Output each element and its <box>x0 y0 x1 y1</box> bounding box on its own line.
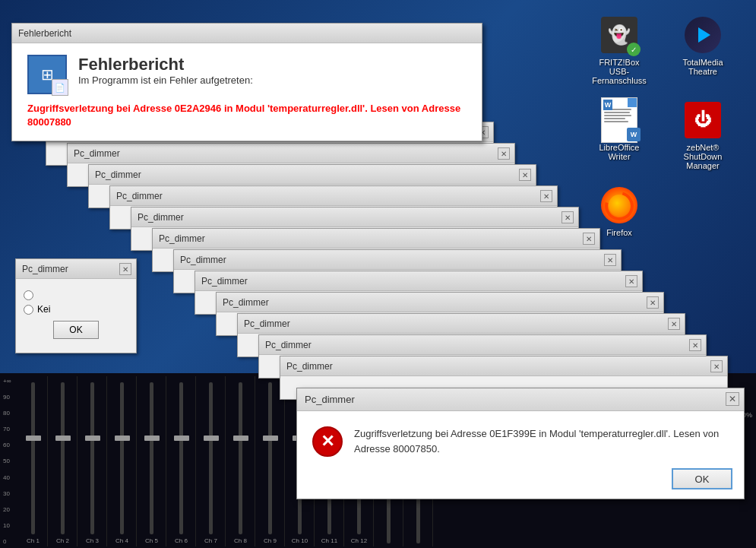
w8-title: Pc_dimmer <box>223 297 269 308</box>
w7-title: Pc_dimmer <box>201 276 248 287</box>
w7-close[interactable]: ✕ <box>625 275 637 287</box>
fader-handle-4[interactable] <box>144 436 160 441</box>
main-error-dialog: Pc_dimmer ✕ ✕ Zugriffsverletzung bei Adr… <box>296 388 745 499</box>
fehlerbericht-heading: Fehlerbericht <box>78 55 253 74</box>
w3-title: Pc_dimmer <box>116 191 163 201</box>
totalmedia-label: TotalMedia Theatre <box>672 58 733 76</box>
w4-title: Pc_dimmer <box>138 212 184 223</box>
w10-title: Pc_dimmer <box>265 340 312 350</box>
fader-handle-1[interactable] <box>55 436 71 441</box>
fehlerbericht-subtitle: Im Programm ist ein Fehler aufgetreten: <box>78 74 253 86</box>
main-ok-button[interactable]: OK <box>672 468 732 489</box>
fritzbox-label: FRITZ!Box USB-Fernanschluss <box>589 58 650 85</box>
mixer-channel-4: Ch 5 <box>138 376 166 546</box>
w8-close[interactable]: ✕ <box>647 296 659 309</box>
radio-input-2[interactable] <box>24 305 33 315</box>
firefox-label: Firefox <box>606 228 632 237</box>
mixer-scale: +∞ 90 80 70 60 50 40 30 20 10 0 <box>2 376 18 546</box>
fehlerbericht-title: Fehlerbericht <box>18 28 71 39</box>
fader-handle-2[interactable] <box>85 436 100 441</box>
fehlerbericht-window: Fehlerbericht ⊞ 📄 Fehlerbericht Im Progr… <box>11 23 482 141</box>
w11-close[interactable]: ✕ <box>710 360 723 372</box>
w3-close[interactable]: ✕ <box>540 190 552 202</box>
fader-handle-3[interactable] <box>115 436 130 441</box>
w1-title: Pc_dimmer <box>74 148 120 159</box>
zebnet-label: zebNet® ShutDown Manager <box>672 143 733 170</box>
mixer-channel-1: Ch 2 <box>49 376 77 546</box>
main-error-footer: OK <box>297 468 744 499</box>
radio-option-1 <box>24 290 128 300</box>
mixer-channel-6: Ch 7 <box>197 376 226 546</box>
radio-dialog: Pc_dimmer ✕ Kei OK <box>15 258 137 353</box>
w1-close[interactable]: ✕ <box>498 147 510 160</box>
w6-close[interactable]: ✕ <box>604 254 616 266</box>
w6-title: Pc_dimmer <box>180 255 226 265</box>
mixer-channel-5: Ch 6 <box>167 376 196 546</box>
mixer-channel-7: Ch 8 <box>226 376 255 546</box>
radio-input-1[interactable] <box>24 290 33 300</box>
radio-ok-button[interactable]: OK <box>53 321 99 339</box>
fader-handle-5[interactable] <box>174 436 189 441</box>
error-icon: ✕ <box>312 426 343 457</box>
desktop-icon-officewriter[interactable]: W W LibreOffice Writer <box>589 100 650 170</box>
mixer-channel-0: Ch 1 <box>19 376 48 546</box>
desktop-icon-totalmedia[interactable]: TotalMedia Theatre <box>672 15 733 85</box>
main-error-body: ✕ Zugriffsverletzung bei Adresse 0E1F399… <box>297 411 744 468</box>
main-error-close-button[interactable]: ✕ <box>726 392 739 406</box>
radio-dialog-titlebar: Pc_dimmer ✕ <box>16 259 136 279</box>
radio-option-2: Kei <box>24 304 128 315</box>
fader-handle-8[interactable] <box>263 436 278 441</box>
mixer-channel-8: Ch 9 <box>256 376 285 546</box>
fehlerbericht-error: Zugriffsverletzung bei Adresse 0E2A2946 … <box>27 102 467 129</box>
fader-handle-6[interactable] <box>204 436 219 441</box>
w9-title: Pc_dimmer <box>244 318 290 329</box>
fader-handle-0[interactable] <box>26 436 41 441</box>
fader-handle-7[interactable] <box>233 436 248 441</box>
w2-close[interactable]: ✕ <box>519 169 531 181</box>
w9-close[interactable]: ✕ <box>668 318 680 330</box>
main-error-message: Zugriffsverletzung bei Adresse 0E1F399E … <box>354 426 729 456</box>
main-error-title: Pc_dimmer <box>305 394 355 405</box>
desktop-icons-area: 👻 ✓ FRITZ!Box USB-Fernanschluss TotalMed… <box>589 15 741 237</box>
desktop-icon-zebnet[interactable]: ⏻ zebNet® ShutDown Manager <box>672 100 733 170</box>
w5-close[interactable]: ✕ <box>583 233 595 245</box>
w5-title: Pc_dimmer <box>159 233 205 244</box>
w10-close[interactable]: ✕ <box>689 339 701 351</box>
desktop: 👻 ✓ FRITZ!Box USB-Fernanschluss TotalMed… <box>0 0 756 548</box>
radio-dialog-title: Pc_dimmer <box>22 264 68 274</box>
main-error-titlebar: Pc_dimmer ✕ <box>297 388 744 411</box>
fehlerbericht-titlebar: Fehlerbericht <box>12 24 482 43</box>
w11-title: Pc_dimmer <box>286 361 333 372</box>
w2-title: Pc_dimmer <box>95 169 141 180</box>
mixer-channel-3: Ch 4 <box>108 376 137 546</box>
desktop-icon-fritzbox[interactable]: 👻 ✓ FRITZ!Box USB-Fernanschluss <box>589 15 650 85</box>
mixer-channel-2: Ch 3 <box>78 376 107 546</box>
radio-close-button[interactable]: ✕ <box>119 263 131 275</box>
w4-close[interactable]: ✕ <box>561 211 574 223</box>
officewriter-label: LibreOffice Writer <box>589 143 650 161</box>
